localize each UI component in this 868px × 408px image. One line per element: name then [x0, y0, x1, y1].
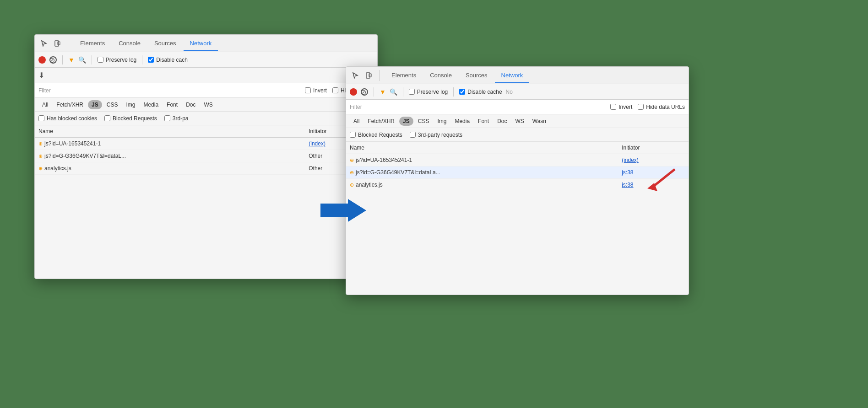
hide-data-urls-label-front[interactable]: Hide data URLs — [638, 104, 685, 110]
filter-css[interactable]: CSS — [103, 100, 122, 109]
blocked-requests-text: Blocked Requests — [113, 115, 157, 122]
filter-wasn-front[interactable]: Wasn — [529, 117, 550, 126]
invert-label-front[interactable]: Invert — [610, 104, 632, 110]
devtools-window-back: Elements Console Sources Network ▼ 🔍 Pre… — [34, 34, 378, 279]
invert-label[interactable]: Invert — [305, 87, 327, 94]
filter-media[interactable]: Media — [140, 100, 162, 109]
has-blocked-cookies-checkbox[interactable] — [38, 115, 44, 121]
filter-js-front[interactable]: JS — [399, 117, 413, 126]
row-icon: ⊕ — [350, 170, 354, 175]
record-button[interactable] — [38, 56, 46, 64]
table-row[interactable]: ⊕js?id=G-G36G49KV7T&l=dataL... Other — [35, 150, 377, 162]
table-row[interactable]: ⊕analytics.js js:38 — [346, 179, 689, 191]
tab-sources[interactable]: Sources — [148, 36, 183, 51]
has-blocked-cookies[interactable]: Has blocked cookies — [38, 115, 97, 122]
table-row[interactable]: ⊕js?id=UA-165345241-1 (index) — [346, 154, 689, 166]
hide-data-urls-checkbox-front[interactable] — [638, 104, 644, 110]
search-icon-front[interactable]: 🔍 — [390, 88, 397, 96]
tab-console-front[interactable]: Console — [423, 68, 458, 83]
download-icon[interactable]: ⬇ — [38, 71, 44, 80]
third-party-text: 3rd-pa — [173, 115, 189, 122]
third-party-checkbox[interactable] — [164, 115, 170, 121]
preserve-log-label-front[interactable]: Preserve log — [409, 89, 448, 95]
blocked-requests-checkbox-front[interactable] — [350, 132, 356, 138]
filter-input[interactable] — [38, 87, 93, 94]
filter-all[interactable]: All — [38, 100, 52, 109]
third-party-checkbox-front[interactable] — [410, 132, 416, 138]
invert-checkbox-front[interactable] — [610, 104, 616, 110]
preserve-log-checkbox[interactable] — [98, 57, 103, 63]
disable-cache-label[interactable]: Disable cach — [148, 57, 188, 63]
filter-font[interactable]: Font — [163, 100, 181, 109]
network-toolbar-front: ▼ 🔍 Preserve log Disable cache No — [346, 84, 689, 100]
stop-button-front[interactable] — [361, 88, 368, 96]
filter-font-front[interactable]: Font — [474, 117, 493, 126]
filter-xhr[interactable]: Fetch/XHR — [53, 100, 87, 109]
search-icon[interactable]: 🔍 — [78, 56, 86, 64]
filter-ws[interactable]: WS — [200, 100, 216, 109]
record-button-front[interactable] — [350, 88, 357, 96]
preserve-log-label[interactable]: Preserve log — [98, 57, 136, 63]
filter-js[interactable]: JS — [88, 100, 102, 109]
third-party-text-front: 3rd-party requests — [418, 132, 462, 138]
invert-text: Invert — [313, 87, 327, 94]
tab-bar-front: Elements Console Sources Network — [346, 67, 689, 84]
row-name: ⊕js?id=UA-165345241-1 — [346, 154, 618, 166]
col-name-front[interactable]: Name — [346, 142, 618, 154]
hide-data-urls-checkbox[interactable] — [332, 87, 338, 93]
separator-1 — [62, 55, 63, 64]
blocked-requests-checkbox[interactable] — [104, 115, 110, 121]
filter-bar-back: Invert Hide data UR — [35, 83, 377, 98]
tab-network-front[interactable]: Network — [495, 68, 530, 83]
filter-bar-front: Invert Hide data URLs — [346, 100, 689, 114]
filter-icon-front[interactable]: ▼ — [380, 88, 386, 96]
preserve-log-text: Preserve log — [106, 57, 136, 63]
toolbar-icons — [38, 38, 68, 49]
stop-button[interactable] — [49, 56, 57, 64]
blocked-requests-text-front: Blocked Requests — [358, 132, 402, 138]
cursor-icon[interactable] — [38, 38, 49, 49]
red-arrow-annotation — [638, 165, 679, 191]
tab-elements[interactable]: Elements — [74, 36, 111, 51]
blocked-requests-front[interactable]: Blocked Requests — [350, 132, 402, 138]
filter-ws-front[interactable]: WS — [511, 117, 527, 126]
separator-2 — [92, 55, 92, 64]
device-icon[interactable] — [52, 38, 63, 49]
tab-network[interactable]: Network — [184, 36, 218, 51]
table-row[interactable]: ⊕js?id=UA-165345241-1 (index) — [35, 138, 377, 150]
row-name: ⊕js?id=G-G36G49KV7T&l=dataL... — [35, 150, 305, 162]
col-name[interactable]: Name — [35, 125, 305, 138]
table-row[interactable]: ⊕analytics.js Other — [35, 162, 377, 175]
filter-input-front[interactable] — [350, 104, 405, 110]
filter-img[interactable]: Img — [122, 100, 139, 109]
filter-doc-front[interactable]: Doc — [494, 117, 510, 126]
svg-line-5 — [652, 169, 675, 188]
filter-media-front[interactable]: Media — [451, 117, 473, 126]
has-blocked-cookies-text: Has blocked cookies — [47, 115, 97, 122]
filter-icon[interactable]: ▼ — [68, 56, 75, 64]
filter-css-front[interactable]: CSS — [414, 117, 433, 126]
tab-elements-front[interactable]: Elements — [385, 68, 423, 83]
tab-sources-front[interactable]: Sources — [459, 68, 494, 83]
preserve-log-checkbox-front[interactable] — [409, 89, 415, 95]
row-name: ⊕analytics.js — [35, 162, 305, 175]
filter-all-front[interactable]: All — [350, 117, 363, 126]
filter-img-front[interactable]: Img — [434, 117, 450, 126]
row-icon: ⊕ — [350, 157, 354, 163]
disable-cache-text-front: Disable cache — [467, 89, 502, 95]
col-initiator-front[interactable]: Initiator — [618, 142, 689, 154]
disable-cache-checkbox-front[interactable] — [459, 89, 465, 95]
filter-xhr-front[interactable]: Fetch/XHR — [364, 117, 398, 126]
disable-cache-text: Disable cach — [156, 57, 188, 63]
filter-doc[interactable]: Doc — [182, 100, 199, 109]
cursor-icon-front[interactable] — [350, 70, 361, 81]
tab-console[interactable]: Console — [112, 36, 147, 51]
table-row[interactable]: ⊕js?id=G-G36G49KV7T&l=dataLa... js:38 — [346, 166, 689, 179]
third-party[interactable]: 3rd-pa — [164, 115, 189, 122]
blocked-requests[interactable]: Blocked Requests — [104, 115, 157, 122]
disable-cache-label-front[interactable]: Disable cache — [459, 89, 502, 95]
disable-cache-checkbox[interactable] — [148, 57, 154, 63]
third-party-front[interactable]: 3rd-party requests — [410, 132, 462, 138]
invert-checkbox[interactable] — [305, 87, 311, 93]
device-icon-front[interactable] — [363, 70, 374, 81]
